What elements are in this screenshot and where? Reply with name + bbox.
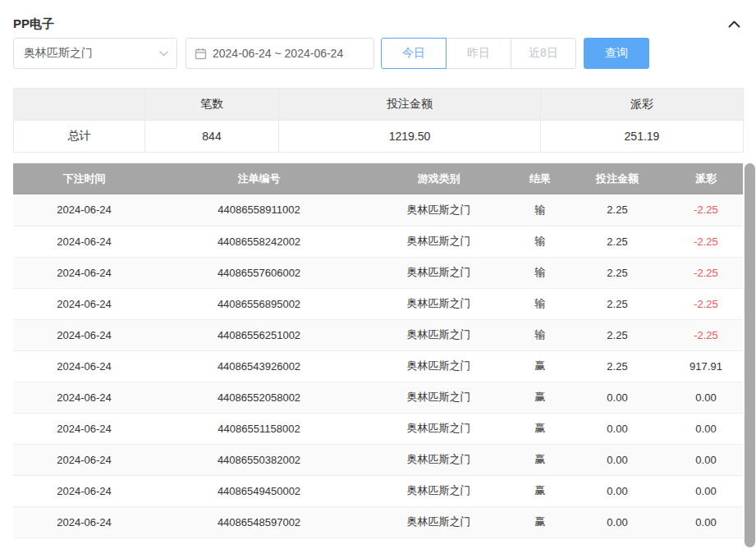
bet-amount-cell: 0.00 xyxy=(566,475,669,506)
table-row: 2024-06-2444086549450002奥林匹斯之门赢0.000.00 xyxy=(13,475,743,506)
bet-table-container: 下注时间 注单编号 游戏类别 结果 投注金额 派彩 2024-06-244408… xyxy=(13,163,756,547)
table-row: 2024-06-2444086543926002奥林匹斯之门赢2.25917.9… xyxy=(13,350,743,382)
bet-amount-cell: 2.25 xyxy=(566,288,669,319)
bet-amount-cell: 0.00 xyxy=(566,413,669,444)
bet-amount-cell: 2.25 xyxy=(566,257,669,288)
order-number-cell: 44086556251002 xyxy=(155,319,363,350)
result-cell: 输 xyxy=(515,226,566,257)
header-result: 结果 xyxy=(515,163,566,194)
table-row: 2024-06-2444086551158002奥林匹斯之门赢0.000.00 xyxy=(13,413,743,444)
table-row: 2024-06-2444086552058002奥林匹斯之门赢0.000.00 xyxy=(13,382,743,413)
summary-total-label: 总计 xyxy=(14,121,145,153)
quick-date-button-group: 今日 昨日 近8日 xyxy=(381,38,576,69)
bet-time-cell: 2024-06-24 xyxy=(13,475,155,506)
filter-row: 奥林匹斯之门 2024-06-24 ~ 2024-06-24 今日 昨日 近8日… xyxy=(13,38,743,69)
table-row: 2024-06-2444086556251002奥林匹斯之门输2.25-2.25 xyxy=(13,319,743,350)
date-range-picker[interactable]: 2024-06-24 ~ 2024-06-24 xyxy=(186,38,374,69)
result-cell: 赢 xyxy=(515,506,566,537)
game-category-cell: 奥林匹斯之门 xyxy=(363,319,515,350)
scrollbar-track xyxy=(744,163,756,547)
game-category-cell: 奥林匹斯之门 xyxy=(363,226,515,257)
bet-time-cell: 2024-06-24 xyxy=(13,350,155,382)
game-category-cell: 奥林匹斯之门 xyxy=(363,288,515,319)
order-number-cell: 44086543926002 xyxy=(155,350,363,382)
payout-cell: 0.00 xyxy=(669,413,743,444)
game-category-cell: 奥林匹斯之门 xyxy=(363,475,515,506)
bet-amount-cell: 0.00 xyxy=(566,506,669,537)
payout-cell: 0.00 xyxy=(669,444,743,475)
order-number-cell: 44086552058002 xyxy=(155,382,363,413)
bet-amount-cell: 2.25 xyxy=(566,350,669,382)
summary-header-count: 笔数 xyxy=(145,89,279,121)
order-number-cell: 44086551158002 xyxy=(155,413,363,444)
header-bet-time: 下注时间 xyxy=(13,163,155,194)
game-select[interactable]: 奥林匹斯之门 xyxy=(13,38,177,69)
summary-header-empty xyxy=(14,89,145,121)
quick-btn-today[interactable]: 今日 xyxy=(381,38,447,69)
summary-total-count: 844 xyxy=(145,121,279,153)
summary-table: 笔数 投注金额 派彩 总计 844 1219.50 251.19 xyxy=(13,88,744,153)
bet-table-header-row: 下注时间 注单编号 游戏类别 结果 投注金额 派彩 xyxy=(13,163,743,194)
game-category-cell: 奥林匹斯之门 xyxy=(363,350,515,382)
header-game-category: 游戏类别 xyxy=(363,163,515,194)
order-number-cell: 44086548597002 xyxy=(155,506,363,537)
game-select-value: 奥林匹斯之门 xyxy=(24,46,93,61)
bet-time-cell: 2024-06-24 xyxy=(13,382,155,413)
summary-total-bet-amount: 1219.50 xyxy=(279,121,541,153)
game-category-cell: 奥林匹斯之门 xyxy=(363,257,515,288)
bet-time-cell: 2024-06-24 xyxy=(13,413,155,444)
game-category-cell: 奥林匹斯之门 xyxy=(363,413,515,444)
bet-time-cell: 2024-06-24 xyxy=(13,444,155,475)
table-row: 2024-06-2444086548597002奥林匹斯之门赢0.000.00 xyxy=(13,506,743,537)
order-number-cell: 44086558242002 xyxy=(155,226,363,257)
table-row: 2024-06-2444086558242002奥林匹斯之门输2.25-2.25 xyxy=(13,226,743,257)
summary-total-row: 总计 844 1219.50 251.19 xyxy=(14,121,744,153)
bet-time-cell: 2024-06-24 xyxy=(13,194,155,226)
panel-header: PP电子 xyxy=(13,0,743,36)
bet-amount-cell: 0.00 xyxy=(566,382,669,413)
payout-cell: -2.25 xyxy=(669,257,743,288)
bet-amount-cell: 2.25 xyxy=(566,194,669,226)
bet-time-cell: 2024-06-24 xyxy=(13,257,155,288)
game-category-cell: 奥林匹斯之门 xyxy=(363,444,515,475)
pp-electronic-panel: PP电子 奥林匹斯之门 2024-06-24 ~ 2024-06- xyxy=(0,0,756,547)
bet-time-cell: 2024-06-24 xyxy=(13,288,155,319)
table-row: 2024-06-2444086550382002奥林匹斯之门赢0.000.00 xyxy=(13,444,743,475)
bet-table-body: 2024-06-2444086558911002奥林匹斯之门输2.25-2.25… xyxy=(13,194,743,537)
quick-btn-yesterday[interactable]: 昨日 xyxy=(446,38,511,69)
result-cell: 赢 xyxy=(515,444,566,475)
payout-cell: 917.91 xyxy=(669,350,743,382)
game-category-cell: 奥林匹斯之门 xyxy=(363,194,515,226)
header-bet-amount: 投注金额 xyxy=(566,163,669,194)
game-category-cell: 奥林匹斯之门 xyxy=(363,506,515,537)
quick-btn-last-8-days[interactable]: 近8日 xyxy=(511,38,576,69)
chevron-up-icon xyxy=(728,21,740,28)
calendar-icon xyxy=(195,48,207,60)
chevron-down-icon xyxy=(159,51,168,57)
summary-total-payout: 251.19 xyxy=(541,121,744,153)
bet-amount-cell: 2.25 xyxy=(566,226,669,257)
header-order-number: 注单编号 xyxy=(155,163,363,194)
bet-time-cell: 2024-06-24 xyxy=(13,226,155,257)
game-category-cell: 奥林匹斯之门 xyxy=(363,382,515,413)
result-cell: 赢 xyxy=(515,475,566,506)
order-number-cell: 44086549450002 xyxy=(155,475,363,506)
table-row: 2024-06-2444086556895002奥林匹斯之门输2.25-2.25 xyxy=(13,288,743,319)
order-number-cell: 44086550382002 xyxy=(155,444,363,475)
order-number-cell: 44086557606002 xyxy=(155,257,363,288)
result-cell: 赢 xyxy=(515,350,566,382)
bet-amount-cell: 2.25 xyxy=(566,319,669,350)
table-row: 2024-06-2444086557606002奥林匹斯之门输2.25-2.25 xyxy=(13,257,743,288)
payout-cell: -2.25 xyxy=(669,226,743,257)
bet-amount-cell: 0.00 xyxy=(566,444,669,475)
order-number-cell: 44086556895002 xyxy=(155,288,363,319)
search-button[interactable]: 查询 xyxy=(584,38,649,69)
table-row: 2024-06-2444086558911002奥林匹斯之门输2.25-2.25 xyxy=(13,194,743,226)
header-payout: 派彩 xyxy=(669,163,743,194)
panel-title: PP电子 xyxy=(13,16,54,32)
scrollbar-thumb[interactable] xyxy=(745,163,755,547)
bet-table: 下注时间 注单编号 游戏类别 结果 投注金额 派彩 2024-06-244408… xyxy=(13,163,743,538)
collapse-panel-button[interactable] xyxy=(725,15,743,33)
payout-cell: 0.00 xyxy=(669,382,743,413)
bet-time-cell: 2024-06-24 xyxy=(13,319,155,350)
